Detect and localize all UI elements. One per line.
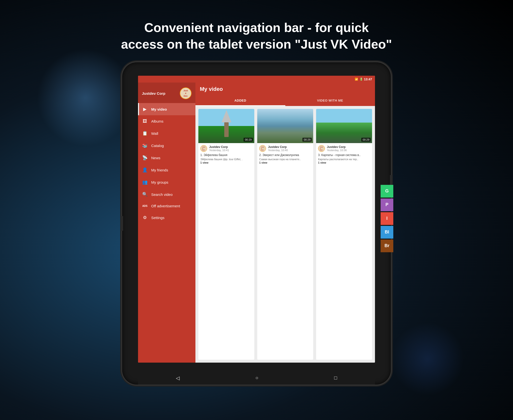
video-views-1: 1 view bbox=[198, 161, 254, 166]
nav-label-albums: Albums bbox=[151, 119, 163, 123]
status-icons: 📶 🔋 bbox=[355, 78, 363, 81]
side-button-g[interactable]: G bbox=[381, 185, 393, 198]
battery-icon: 🔋 bbox=[360, 78, 363, 81]
video-subtitle-3: Карпаты располагаются на тер.. bbox=[316, 158, 372, 161]
nav-label-settings: Settings bbox=[151, 216, 164, 220]
thumbnail-2: 00:29 bbox=[257, 109, 313, 143]
video-info-bar-3: Just4Dec Justdev Corp Yesterday, 10:36 bbox=[316, 143, 372, 153]
nav-label-my-video: My video bbox=[151, 107, 167, 111]
video-subtitle-2: Самая высокая гора на планете.. bbox=[257, 158, 313, 161]
thumbnail-1: 00:29 bbox=[198, 109, 254, 143]
sidebar-item-settings[interactable]: ⚙ Settings bbox=[138, 211, 195, 224]
avatar: Just4Dec bbox=[180, 87, 192, 99]
search-icon: 🔍 bbox=[142, 192, 148, 197]
uploader-name-3: Justdev Corp bbox=[327, 145, 370, 149]
side-button-i[interactable]: I bbox=[381, 212, 393, 225]
video-icon: ▶ bbox=[142, 106, 148, 112]
settings-icon: ⚙ bbox=[142, 215, 148, 220]
duration-3: 00:29 bbox=[361, 138, 371, 142]
header-line2: access on the tablet version "Just VK Vi… bbox=[121, 36, 392, 53]
video-info-bar-1: Just4Dec Justdev Corp Yesterday, 10:41 bbox=[198, 143, 254, 153]
uploader-name-2: Justdev Corp bbox=[268, 145, 311, 149]
sidebar-item-my-video[interactable]: ▶ My video bbox=[138, 103, 195, 115]
video-subtitle-1: Эйфелева башня (фр. tour Eiffel, . bbox=[198, 158, 254, 161]
nav-label-my-groups: My groups bbox=[151, 180, 168, 184]
sidebar-item-wall[interactable]: 📋 Wall bbox=[138, 127, 195, 139]
video-card-1[interactable]: 00:29 Just4Dec Justdev Corp Yesterday, 1… bbox=[198, 109, 254, 360]
tablet-frame: 📶 🔋 13:47 Justdev Corp Just4Dec ▶ M bbox=[122, 62, 391, 385]
back-button[interactable]: ◁ bbox=[176, 375, 180, 381]
video-views-3: 1 view bbox=[316, 161, 372, 166]
catalog-icon: 📚 bbox=[142, 143, 148, 148]
page-title: My video bbox=[200, 86, 223, 92]
recents-button[interactable]: □ bbox=[334, 375, 337, 381]
sidebar-item-catalog[interactable]: 📚 Catalog bbox=[138, 139, 195, 152]
user-header: Justdev Corp Just4Dec bbox=[138, 83, 195, 103]
video-meta-1: Justdev Corp Yesterday, 10:41 bbox=[209, 145, 252, 152]
sidebar-item-news[interactable]: 📡 News bbox=[138, 152, 195, 164]
video-card-3[interactable]: 00:29 Just4Dec Justdev Corp Yesterday, 1… bbox=[316, 109, 372, 360]
status-bar: 📶 🔋 13:47 bbox=[138, 76, 375, 83]
duration-1: 00:29 bbox=[244, 138, 253, 142]
upload-date-3: Yesterday, 10:36 bbox=[327, 149, 370, 152]
nav-label-news: News bbox=[151, 156, 160, 160]
content-header: My video bbox=[195, 83, 375, 96]
albums-icon: 🖼 bbox=[142, 119, 148, 124]
tabs-bar: ADDED VIDEO WITH ME bbox=[195, 96, 375, 106]
nav-label-wall: Wall bbox=[151, 131, 158, 136]
sidebar-item-my-groups[interactable]: 👥 My groups bbox=[138, 176, 195, 188]
tab-added[interactable]: ADDED bbox=[195, 96, 285, 106]
video-title-1: 1. Эйфелева башня bbox=[198, 153, 254, 158]
upload-date-1: Yesterday, 10:41 bbox=[209, 149, 252, 152]
power-button[interactable] bbox=[390, 175, 392, 185]
tab-video-with-me[interactable]: VIDEO WITH ME bbox=[285, 96, 375, 106]
video-title-3: 3. Карпаты - горная система в.. bbox=[316, 153, 372, 158]
nav-label-catalog: Catalog bbox=[151, 144, 164, 148]
header-title: Convenient navigation bar - for quick ac… bbox=[121, 20, 392, 52]
nav-label-my-friends: My friends bbox=[151, 168, 168, 172]
content-area: My video ADDED VIDEO WITH ME bbox=[195, 83, 375, 363]
video-views-2: 1 view bbox=[257, 161, 313, 166]
uploader-avatar-1: Just4Dec bbox=[200, 145, 207, 152]
uploader-name-1: Justdev Corp bbox=[209, 145, 252, 149]
news-icon: 📡 bbox=[142, 155, 148, 160]
upload-date-2: Yesterday, 10:40 bbox=[268, 149, 311, 152]
header-line1: Convenient navigation bar - for quick bbox=[121, 20, 392, 36]
ads-icon: ADS bbox=[142, 205, 148, 207]
duration-2: 00:29 bbox=[302, 138, 312, 142]
sidebar-item-off-advertisement[interactable]: ADS Off advertisement bbox=[138, 200, 195, 211]
nav-label-off-advertisement: Off advertisement bbox=[151, 204, 180, 208]
sidebar-item-search-video[interactable]: 🔍 Search video bbox=[138, 188, 195, 200]
clock: 13:47 bbox=[364, 77, 372, 81]
video-grid: 00:29 Just4Dec Justdev Corp Yesterday, 1… bbox=[195, 106, 375, 363]
bottom-navigation-bar: ◁ ○ □ bbox=[138, 371, 375, 385]
sidebar: Justdev Corp Just4Dec ▶ My video 🖼 Album… bbox=[138, 83, 195, 363]
uploader-avatar-3: Just4Dec bbox=[318, 145, 325, 152]
sidebar-item-albums[interactable]: 🖼 Albums bbox=[138, 115, 195, 127]
uploader-avatar-2: Just4Dec bbox=[259, 145, 266, 152]
friends-icon: 👤 bbox=[142, 167, 148, 173]
nav-label-search-video: Search video bbox=[151, 192, 173, 197]
video-card-2[interactable]: 00:29 Just4Dec Justdev Corp Yesterday, 1… bbox=[257, 109, 313, 360]
side-panel: G P I Bl Br bbox=[381, 185, 393, 252]
home-button[interactable]: ○ bbox=[255, 375, 258, 381]
volume-button[interactable] bbox=[121, 216, 123, 231]
side-button-p[interactable]: P bbox=[381, 199, 393, 211]
groups-icon: 👥 bbox=[142, 179, 148, 185]
video-meta-2: Justdev Corp Yesterday, 10:40 bbox=[268, 145, 311, 152]
video-meta-3: Justdev Corp Yesterday, 10:36 bbox=[327, 145, 370, 152]
side-button-bl[interactable]: Bl bbox=[381, 226, 393, 239]
tablet-screen: 📶 🔋 13:47 Justdev Corp Just4Dec ▶ M bbox=[138, 76, 375, 363]
video-info-bar-2: Just4Dec Justdev Corp Yesterday, 10:40 bbox=[257, 143, 313, 153]
signal-icon: 📶 bbox=[355, 78, 358, 81]
user-name: Justdev Corp bbox=[142, 91, 176, 95]
app-layout: Justdev Corp Just4Dec ▶ My video 🖼 Album… bbox=[138, 83, 375, 363]
thumbnail-3: 00:29 bbox=[316, 109, 372, 143]
video-title-2: 2. Эверест или Джомолунгма bbox=[257, 153, 313, 158]
sidebar-item-my-friends[interactable]: 👤 My friends bbox=[138, 164, 195, 176]
side-button-br[interactable]: Br bbox=[381, 240, 393, 252]
wall-icon: 📋 bbox=[142, 131, 148, 136]
